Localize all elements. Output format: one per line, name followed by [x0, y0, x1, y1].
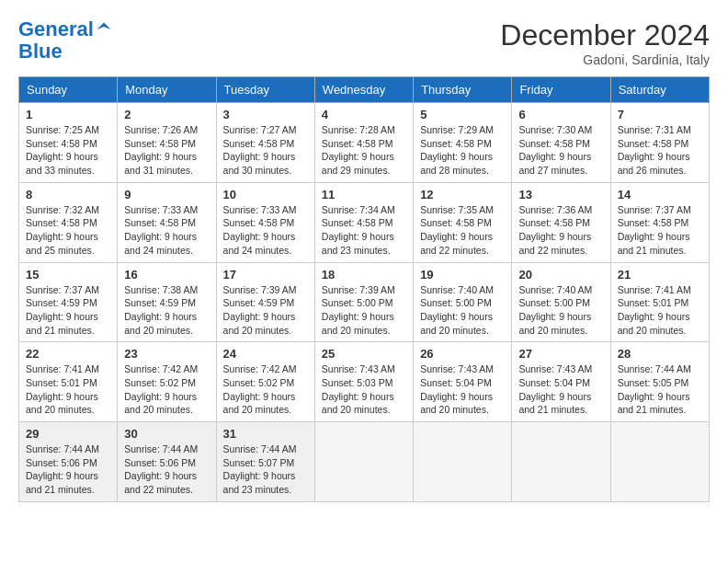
calendar-cell: 4Sunrise: 7:28 AMSunset: 4:58 PMDaylight… — [314, 103, 413, 183]
calendar-cell: 3Sunrise: 7:27 AMSunset: 4:58 PMDaylight… — [216, 103, 314, 183]
cell-content: Sunrise: 7:38 AMSunset: 4:59 PMDaylight:… — [124, 283, 209, 338]
cell-content: Sunrise: 7:37 AMSunset: 4:58 PMDaylight:… — [618, 203, 702, 258]
calendar-cell: 12Sunrise: 7:35 AMSunset: 4:58 PMDayligh… — [414, 182, 512, 262]
logo-icon — [96, 21, 112, 38]
calendar-cell: 25Sunrise: 7:43 AMSunset: 5:03 PMDayligh… — [314, 342, 413, 422]
calendar-week-row: 22Sunrise: 7:41 AMSunset: 5:01 PMDayligh… — [19, 342, 710, 422]
day-number: 18 — [322, 268, 406, 282]
calendar-cell: 16Sunrise: 7:38 AMSunset: 4:59 PMDayligh… — [118, 262, 216, 342]
cell-content: Sunrise: 7:36 AMSunset: 4:58 PMDaylight:… — [518, 203, 603, 258]
calendar-cell — [610, 422, 709, 502]
cell-content: Sunrise: 7:32 AMSunset: 4:58 PMDaylight:… — [26, 203, 110, 258]
day-number: 31 — [223, 427, 308, 441]
calendar-cell: 2Sunrise: 7:26 AMSunset: 4:58 PMDaylight… — [118, 103, 216, 183]
cell-content: Sunrise: 7:42 AMSunset: 5:02 PMDaylight:… — [223, 362, 308, 417]
day-number: 25 — [322, 347, 406, 361]
day-number: 12 — [420, 188, 505, 201]
calendar-cell: 7Sunrise: 7:31 AMSunset: 4:58 PMDaylight… — [610, 103, 709, 183]
day-number: 6 — [518, 108, 603, 121]
calendar-cell: 20Sunrise: 7:40 AMSunset: 5:00 PMDayligh… — [512, 262, 610, 342]
calendar-week-row: 15Sunrise: 7:37 AMSunset: 4:59 PMDayligh… — [19, 262, 710, 342]
calendar-weekday-tuesday: Tuesday — [216, 77, 314, 103]
calendar-cell: 30Sunrise: 7:44 AMSunset: 5:06 PMDayligh… — [118, 422, 216, 502]
calendar-cell: 8Sunrise: 7:32 AMSunset: 4:58 PMDaylight… — [19, 182, 118, 262]
day-number: 26 — [420, 347, 505, 361]
cell-content: Sunrise: 7:26 AMSunset: 4:58 PMDaylight:… — [124, 123, 209, 178]
day-number: 30 — [124, 427, 209, 441]
cell-content: Sunrise: 7:42 AMSunset: 5:02 PMDaylight:… — [124, 362, 209, 417]
cell-content: Sunrise: 7:33 AMSunset: 4:58 PMDaylight:… — [124, 203, 209, 258]
cell-content: Sunrise: 7:29 AMSunset: 4:58 PMDaylight:… — [420, 123, 505, 178]
calendar-cell: 18Sunrise: 7:39 AMSunset: 5:00 PMDayligh… — [314, 262, 413, 342]
cell-content: Sunrise: 7:43 AMSunset: 5:03 PMDaylight:… — [322, 362, 406, 417]
day-number: 3 — [223, 108, 308, 121]
calendar-cell: 17Sunrise: 7:39 AMSunset: 4:59 PMDayligh… — [216, 262, 314, 342]
day-number: 16 — [124, 268, 209, 282]
day-number: 22 — [26, 347, 110, 361]
calendar-cell: 1Sunrise: 7:25 AMSunset: 4:58 PMDaylight… — [19, 103, 118, 183]
calendar-cell: 9Sunrise: 7:33 AMSunset: 4:58 PMDaylight… — [118, 182, 216, 262]
calendar-cell: 26Sunrise: 7:43 AMSunset: 5:04 PMDayligh… — [414, 342, 512, 422]
calendar-cell: 13Sunrise: 7:36 AMSunset: 4:58 PMDayligh… — [512, 182, 610, 262]
logo: General Blue — [18, 18, 114, 63]
cell-content: Sunrise: 7:44 AMSunset: 5:07 PMDaylight:… — [223, 442, 308, 497]
calendar-cell: 22Sunrise: 7:41 AMSunset: 5:01 PMDayligh… — [19, 342, 118, 422]
day-number: 9 — [124, 188, 209, 201]
calendar-cell: 5Sunrise: 7:29 AMSunset: 4:58 PMDaylight… — [414, 103, 512, 183]
cell-content: Sunrise: 7:40 AMSunset: 5:00 PMDaylight:… — [420, 283, 505, 338]
day-number: 10 — [223, 188, 308, 201]
cell-content: Sunrise: 7:44 AMSunset: 5:06 PMDaylight:… — [26, 442, 110, 497]
cell-content: Sunrise: 7:43 AMSunset: 5:04 PMDaylight:… — [518, 362, 603, 417]
calendar-cell: 21Sunrise: 7:41 AMSunset: 5:01 PMDayligh… — [610, 262, 709, 342]
cell-content: Sunrise: 7:25 AMSunset: 4:58 PMDaylight:… — [26, 123, 110, 178]
calendar-cell: 19Sunrise: 7:40 AMSunset: 5:00 PMDayligh… — [414, 262, 512, 342]
cell-content: Sunrise: 7:41 AMSunset: 5:01 PMDaylight:… — [618, 283, 702, 338]
day-number: 14 — [618, 188, 702, 201]
cell-content: Sunrise: 7:40 AMSunset: 5:00 PMDaylight:… — [518, 283, 603, 338]
day-number: 28 — [618, 347, 702, 361]
day-number: 20 — [518, 268, 603, 282]
calendar-table: SundayMondayTuesdayWednesdayThursdayFrid… — [18, 76, 710, 502]
cell-content: Sunrise: 7:35 AMSunset: 4:58 PMDaylight:… — [420, 203, 505, 258]
day-number: 7 — [618, 108, 702, 121]
day-number: 1 — [26, 108, 110, 121]
calendar-cell — [512, 422, 610, 502]
calendar-weekday-thursday: Thursday — [414, 77, 512, 103]
day-number: 21 — [618, 268, 702, 282]
calendar-week-row: 1Sunrise: 7:25 AMSunset: 4:58 PMDaylight… — [19, 103, 710, 183]
day-number: 19 — [420, 268, 505, 282]
location: Gadoni, Sardinia, Italy — [500, 52, 710, 67]
day-number: 4 — [322, 108, 406, 121]
calendar-cell: 14Sunrise: 7:37 AMSunset: 4:58 PMDayligh… — [610, 182, 709, 262]
cell-content: Sunrise: 7:41 AMSunset: 5:01 PMDaylight:… — [26, 362, 110, 417]
page-header: General Blue December 2024 Gadoni, Sardi… — [18, 18, 710, 67]
calendar-cell — [414, 422, 512, 502]
calendar-cell: 10Sunrise: 7:33 AMSunset: 4:58 PMDayligh… — [216, 182, 314, 262]
day-number: 8 — [26, 188, 110, 201]
calendar-weekday-wednesday: Wednesday — [314, 77, 413, 103]
cell-content: Sunrise: 7:39 AMSunset: 4:59 PMDaylight:… — [223, 283, 308, 338]
cell-content: Sunrise: 7:31 AMSunset: 4:58 PMDaylight:… — [618, 123, 702, 178]
calendar-cell: 24Sunrise: 7:42 AMSunset: 5:02 PMDayligh… — [216, 342, 314, 422]
calendar-cell: 6Sunrise: 7:30 AMSunset: 4:58 PMDaylight… — [512, 103, 610, 183]
calendar-cell: 31Sunrise: 7:44 AMSunset: 5:07 PMDayligh… — [216, 422, 314, 502]
calendar-weekday-friday: Friday — [512, 77, 610, 103]
day-number: 11 — [322, 188, 406, 201]
cell-content: Sunrise: 7:44 AMSunset: 5:05 PMDaylight:… — [618, 362, 702, 417]
cell-content: Sunrise: 7:28 AMSunset: 4:58 PMDaylight:… — [322, 123, 406, 178]
calendar-weekday-sunday: Sunday — [19, 77, 118, 103]
cell-content: Sunrise: 7:37 AMSunset: 4:59 PMDaylight:… — [26, 283, 110, 338]
logo-text2: Blue — [18, 40, 63, 63]
month-title: December 2024 — [500, 18, 710, 52]
calendar-weekday-monday: Monday — [118, 77, 216, 103]
day-number: 2 — [124, 108, 209, 121]
cell-content: Sunrise: 7:44 AMSunset: 5:06 PMDaylight:… — [124, 442, 209, 497]
cell-content: Sunrise: 7:33 AMSunset: 4:58 PMDaylight:… — [223, 203, 308, 258]
day-number: 29 — [26, 427, 110, 441]
day-number: 15 — [26, 268, 110, 282]
calendar-cell: 11Sunrise: 7:34 AMSunset: 4:58 PMDayligh… — [314, 182, 413, 262]
cell-content: Sunrise: 7:43 AMSunset: 5:04 PMDaylight:… — [420, 362, 505, 417]
calendar-week-row: 29Sunrise: 7:44 AMSunset: 5:06 PMDayligh… — [19, 422, 710, 502]
day-number: 23 — [124, 347, 209, 361]
day-number: 17 — [223, 268, 308, 282]
